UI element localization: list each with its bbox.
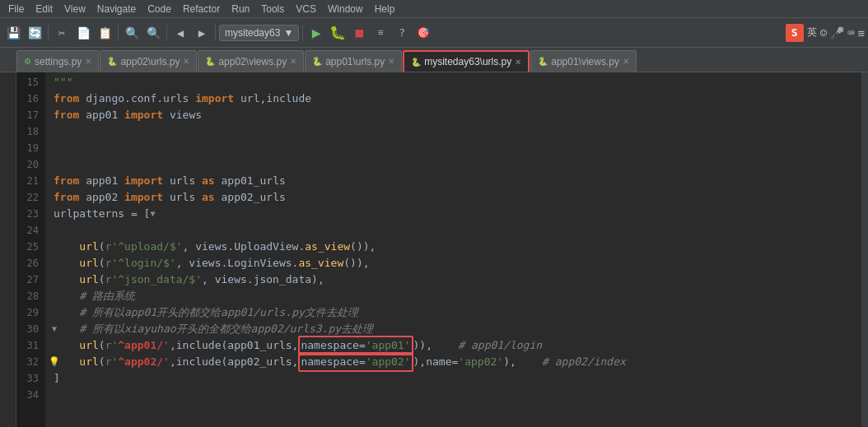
menu-file[interactable]: File <box>3 2 29 16</box>
tab-close-settings[interactable]: ✕ <box>85 57 91 66</box>
run-button[interactable]: ▶ <box>306 23 326 43</box>
tab-close-app01-urls[interactable]: ✕ <box>388 57 394 66</box>
tab-icon-mysiteday63-urls: 🐍 <box>411 58 421 67</box>
tab-label-app02-urls: app02\urls.py <box>120 56 180 67</box>
code-token: from <box>54 173 86 189</box>
menu-refactor[interactable]: Refactor <box>178 2 225 16</box>
tab-app01-urls[interactable]: 🐍 app01\urls.py ✕ <box>305 50 402 72</box>
ln-31: 31 <box>16 337 45 354</box>
toolbar-find[interactable]: 🔍 <box>122 23 142 43</box>
sogou-mic[interactable]: 🎤 <box>830 26 844 39</box>
code-token: app01 <box>86 173 124 189</box>
code-token <box>54 255 79 272</box>
fold-arrow-30[interactable]: ▼ <box>52 321 57 337</box>
sogou-logo: S <box>786 24 804 42</box>
code-token: as <box>202 173 221 189</box>
toolbar-paste[interactable]: 📋 <box>95 23 114 43</box>
toolbar-sync[interactable]: 🔄 <box>25 23 44 43</box>
code-line-26: url(r'^login/$', views.LoginViews.as_vie… <box>54 255 861 272</box>
run-config[interactable]: ≡ <box>371 23 390 43</box>
code-token: import <box>124 189 170 206</box>
code-token: # 所有以app01开头的都交给app01/urls.py文件去处理 <box>79 304 358 321</box>
project-name: mysiteday63 <box>225 27 280 39</box>
tab-mysiteday63-urls[interactable]: 🐍 mysiteday63\urls.py ✕ <box>403 50 530 72</box>
tab-icon-app01-views: 🐍 <box>538 57 548 66</box>
code-token <box>54 239 79 255</box>
menu-edit[interactable]: Edit <box>30 2 58 16</box>
ln-23: 23 <box>16 206 45 222</box>
code-token: r'^json_data/$' <box>105 272 202 288</box>
menu-help[interactable]: Help <box>370 2 400 16</box>
toolbar-forward[interactable]: ▶ <box>192 23 212 43</box>
toolbar-copy[interactable]: 📄 <box>73 23 93 43</box>
code-token: # 路由系统 <box>79 288 135 304</box>
menu-code[interactable]: Code <box>142 2 176 16</box>
project-selector[interactable]: mysiteday63 ▼ <box>219 25 299 41</box>
menu-run[interactable]: Run <box>226 2 254 16</box>
code-token: from <box>54 189 86 206</box>
sogou-keyboard[interactable]: ⌨ <box>847 26 854 39</box>
toolbar-help[interactable]: ? <box>392 23 412 43</box>
code-token: r'^upload/$' <box>105 239 183 255</box>
toolbar-extra[interactable]: 🎯 <box>413 23 433 43</box>
menu-vcs[interactable]: VCS <box>291 2 321 16</box>
tab-icon-settings: ⚙ <box>24 57 31 66</box>
toolbar-save[interactable]: 💾 <box>3 23 23 43</box>
warning-bulb: 💡 <box>49 354 60 370</box>
sogou-lang[interactable]: 英 <box>807 26 817 39</box>
code-line-20 <box>54 156 861 173</box>
debug-button[interactable]: 🐛 <box>328 23 348 43</box>
code-token: url <box>79 255 98 272</box>
code-token: urls <box>170 189 202 206</box>
menu-navigate[interactable]: Navigate <box>92 2 141 16</box>
code-token: ( <box>99 272 105 288</box>
code-editor[interactable]: """ from django.conf.urls import url,inc… <box>45 72 861 427</box>
toolbar-back[interactable]: ◀ <box>170 23 190 43</box>
tab-close-app01-views[interactable]: ✕ <box>623 57 629 66</box>
tab-app02-views[interactable]: 🐍 app02\views.py ✕ <box>198 50 304 72</box>
code-line-19 <box>54 140 861 156</box>
code-token <box>54 321 79 337</box>
scrollbar-vertical[interactable] <box>861 72 868 427</box>
code-token: views <box>170 107 202 123</box>
editor-main: 15 16 17 18 19 20 21 22 23 24 25 26 27 2… <box>16 72 868 427</box>
fold-arrow-23[interactable]: ▼ <box>150 206 155 222</box>
tab-label-app02-views: app02\views.py <box>218 56 287 67</box>
ln-25: 25 <box>16 239 45 255</box>
ln-32: 32 <box>16 354 45 370</box>
code-token: import <box>195 91 240 107</box>
stop-button[interactable]: ■ <box>349 23 369 43</box>
ln-29: 29 <box>16 304 45 321</box>
code-token: r'^app01/' <box>105 337 170 354</box>
menu-tools[interactable]: Tools <box>256 2 289 16</box>
code-token: app01_urls <box>222 173 286 189</box>
tab-close-app02-views[interactable]: ✕ <box>290 57 296 66</box>
code-line-23: urlpatterns = [ ▼ <box>54 206 861 222</box>
ln-28: 28 <box>16 288 45 304</box>
code-line-22: from app02 import urls as app02_urls <box>54 189 861 206</box>
ln-20: 20 <box>16 156 45 173</box>
sogou-emoji[interactable]: ☺ <box>820 26 827 39</box>
sogou-menu[interactable]: ≡ <box>858 26 865 39</box>
tab-settings[interactable]: ⚙ settings.py ✕ <box>16 50 99 72</box>
code-token <box>54 288 79 304</box>
ln-22: 22 <box>16 189 45 206</box>
tab-close-mysiteday63-urls[interactable]: ✕ <box>515 58 521 67</box>
toolbar-cut[interactable]: ✂ <box>52 23 72 43</box>
code-token: ,include(app01_urls, <box>170 337 299 354</box>
code-line-30: ▼ # 所有以xiayuhao开头的全都交给app02/urls3.py去处理 <box>54 321 861 337</box>
code-token: # app01/login <box>458 337 542 354</box>
code-token: """ <box>54 74 72 91</box>
code-line-25: url(r'^upload/$', views.UploadView.as_vi… <box>54 239 861 255</box>
code-line-31: url(r'^app01/',include(app01_urls,namesp… <box>54 337 861 354</box>
tab-app02-urls[interactable]: 🐍 app02\urls.py ✕ <box>100 50 197 72</box>
menu-window[interactable]: Window <box>323 2 368 16</box>
toolbar-replace[interactable]: 🔍 <box>143 23 163 43</box>
menu-view[interactable]: View <box>59 2 91 16</box>
tab-app01-views[interactable]: 🐍 app01\views.py ✕ <box>530 50 637 72</box>
code-token: ( <box>99 337 105 354</box>
tab-label-app01-urls: app01\urls.py <box>325 56 385 67</box>
code-token: urlpatterns = [ <box>54 206 150 222</box>
tab-close-app02-urls[interactable]: ✕ <box>183 57 189 66</box>
code-token <box>54 304 79 321</box>
